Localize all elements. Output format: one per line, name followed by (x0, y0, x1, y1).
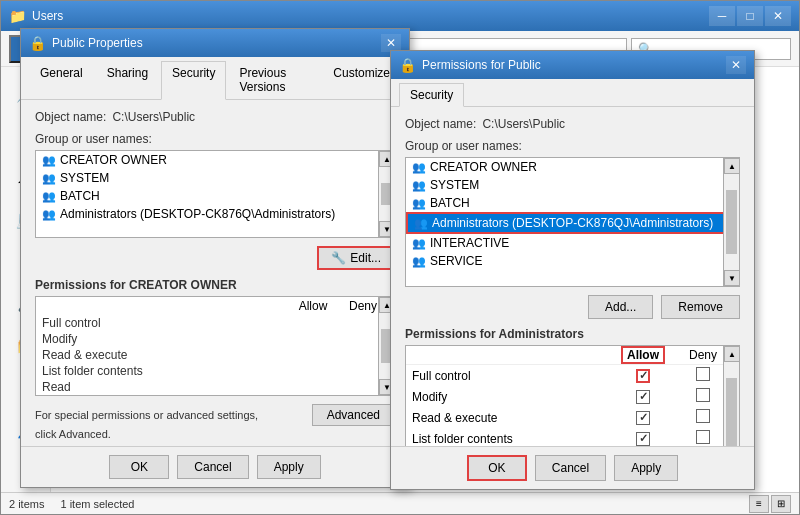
add-button[interactable]: Add... (588, 295, 653, 319)
readexecute-deny-checkbox[interactable] (696, 409, 710, 423)
perm-user-icon-service: 👥 (412, 255, 426, 268)
user-name-creator: CREATOR OWNER (60, 153, 167, 167)
perm-row-read: Read (36, 379, 394, 395)
list-item-system[interactable]: 👥 SYSTEM (36, 169, 394, 187)
perm-table-scroll-thumb (726, 378, 737, 452)
perm-list-item-system[interactable]: 👥 SYSTEM (406, 176, 739, 194)
user-name-batch: BATCH (60, 189, 100, 203)
fullcontrol-deny-checkbox[interactable] (696, 367, 710, 381)
user-icon-system: 👥 (42, 172, 56, 185)
status-selected: 1 item selected (60, 498, 134, 510)
perm-list-item-batch[interactable]: 👥 BATCH (406, 194, 739, 212)
perm-users-list: 👥 CREATOR OWNER 👥 SYSTEM 👥 BATCH 👥 Admin… (405, 157, 740, 287)
perm-object-name-row: Object name: C:\Users\Public (405, 117, 740, 131)
public-cancel-button[interactable]: Cancel (177, 455, 248, 479)
list-item-batch[interactable]: 👥 BATCH (36, 187, 394, 205)
perm-list-item-creator[interactable]: 👥 CREATOR OWNER (406, 158, 739, 176)
perm-user-icon-system: 👥 (412, 179, 426, 192)
user-icon-creator: 👥 (42, 154, 56, 167)
perm-section-label: Permissions for Administrators (405, 327, 740, 341)
perm-list-item-service[interactable]: 👥 SERVICE (406, 252, 739, 270)
special-text-2: click Advanced. (35, 427, 258, 442)
explorer-close-button[interactable]: ✕ (765, 6, 791, 26)
perm-table-scroll-up[interactable]: ▲ (724, 346, 740, 362)
public-apply-button[interactable]: Apply (257, 455, 321, 479)
permissions-dialog-body: Object name: C:\Users\Public Group or us… (391, 107, 754, 495)
permissions-label: Permissions for CREATOR OWNER (35, 278, 395, 292)
remove-button[interactable]: Remove (661, 295, 740, 319)
perm-user-icon-interactive: 👥 (412, 237, 426, 250)
user-icon-batch: 👥 (42, 190, 56, 203)
user-name-admin: Administrators (DESKTOP-CK876Q\Administr… (60, 207, 335, 221)
modify-allow-checkbox[interactable] (636, 390, 650, 404)
modify-deny-checkbox[interactable] (696, 388, 710, 402)
user-name-system: SYSTEM (60, 171, 109, 185)
tab-general[interactable]: General (29, 61, 94, 99)
listfolder-deny-checkbox[interactable] (696, 430, 710, 444)
object-name-value: C:\Users\Public (112, 110, 195, 124)
list-item-creator-owner[interactable]: 👥 CREATOR OWNER (36, 151, 394, 169)
public-properties-dialog: 🔒 Public Properties ✕ General Sharing Se… (20, 28, 410, 488)
permissions-security-tab[interactable]: Security (399, 83, 464, 107)
perm-table-header: Allow Deny (406, 346, 739, 365)
perm-row-listfolder: List folder contents (36, 363, 394, 379)
public-properties-footer: OK Cancel Apply (21, 446, 409, 487)
perm-user-icon-admin: 👥 (414, 217, 428, 230)
perm-user-name-system: SYSTEM (430, 178, 479, 192)
permissions-title: Permissions for Public (422, 58, 726, 72)
perm-object-name-label: Object name: (405, 117, 476, 131)
public-properties-title: Public Properties (52, 36, 381, 50)
tab-previous-versions[interactable]: Previous Versions (228, 61, 320, 99)
perm-user-name-service: SERVICE (430, 254, 482, 268)
edit-button[interactable]: 🔧 Edit... (317, 246, 395, 270)
perm-user-name-admin: Administrators (DESKTOP-CK876QJ\Administ… (432, 216, 713, 230)
advanced-link: Advanced (59, 428, 108, 440)
perm-cancel-button[interactable]: Cancel (535, 455, 606, 481)
perm-data-fullcontrol: Full control (406, 365, 739, 386)
status-bar: 2 items 1 item selected ≡ ⊞ (1, 492, 799, 514)
tab-security[interactable]: Security (161, 61, 226, 100)
properties-icon: 🔒 (29, 35, 46, 51)
special-text: For special permissions or advanced sett… (35, 404, 258, 447)
perm-list-item-admin[interactable]: 👥 Administrators (DESKTOP-CK876QJ\Admini… (406, 212, 739, 234)
perm-users-scroll-down[interactable]: ▼ (724, 270, 740, 286)
advanced-button[interactable]: Advanced (312, 404, 395, 426)
view-grid-button[interactable]: ⊞ (771, 495, 791, 513)
perm-user-name-batch: BATCH (430, 196, 470, 210)
folder-icon: 📁 (9, 8, 26, 24)
perm-allow-header: Allow (613, 348, 673, 362)
permissions-titlebar: 🔒 Permissions for Public ✕ (391, 51, 754, 79)
minimize-button[interactable]: ─ (709, 6, 735, 26)
permissions-table: Allow Deny Full control Modify Read & ex… (35, 296, 395, 396)
perm-row-write: Write (36, 395, 394, 396)
perm-row-fullcontrol: Full control (36, 315, 394, 331)
perm-users-scrollbar[interactable]: ▲ ▼ (723, 158, 739, 286)
permissions-close-button[interactable]: ✕ (726, 56, 746, 74)
users-list: 👥 CREATOR OWNER 👥 SYSTEM 👥 BATCH 👥 Admin… (35, 150, 395, 238)
listfolder-allow-checkbox[interactable] (636, 432, 650, 446)
fullcontrol-allow-checkbox[interactable] (636, 369, 650, 383)
perm-data-modify: Modify (406, 386, 739, 407)
perm-object-name-value: C:\Users\Public (482, 117, 565, 131)
perm-users-scroll-up[interactable]: ▲ (724, 158, 740, 174)
perm-data-readexecute: Read & execute (406, 407, 739, 428)
public-properties-tabs: General Sharing Security Previous Versio… (21, 57, 409, 100)
permissions-dialog: 🔒 Permissions for Public ✕ Security Obje… (390, 50, 755, 490)
maximize-button[interactable]: □ (737, 6, 763, 26)
readexecute-allow-checkbox[interactable] (636, 411, 650, 425)
view-list-button[interactable]: ≡ (749, 495, 769, 513)
list-item-administrators[interactable]: 👥 Administrators (DESKTOP-CK876Q\Adminis… (36, 205, 394, 223)
perm-list-item-interactive[interactable]: 👥 INTERACTIVE (406, 234, 739, 252)
special-text-1: For special permissions or advanced sett… (35, 408, 258, 423)
tab-sharing[interactable]: Sharing (96, 61, 159, 99)
perm-user-name-interactive: INTERACTIVE (430, 236, 509, 250)
perm-dialog-icon: 🔒 (399, 57, 416, 73)
perm-users-scroll-thumb (726, 190, 737, 254)
user-icon-admin: 👥 (42, 208, 56, 221)
public-ok-button[interactable]: OK (109, 455, 169, 479)
explorer-title: Users (32, 9, 707, 23)
perm-col-name (42, 299, 288, 313)
perm-apply-button[interactable]: Apply (614, 455, 678, 481)
perm-row-modify: Modify (36, 331, 394, 347)
perm-ok-button[interactable]: OK (467, 455, 527, 481)
